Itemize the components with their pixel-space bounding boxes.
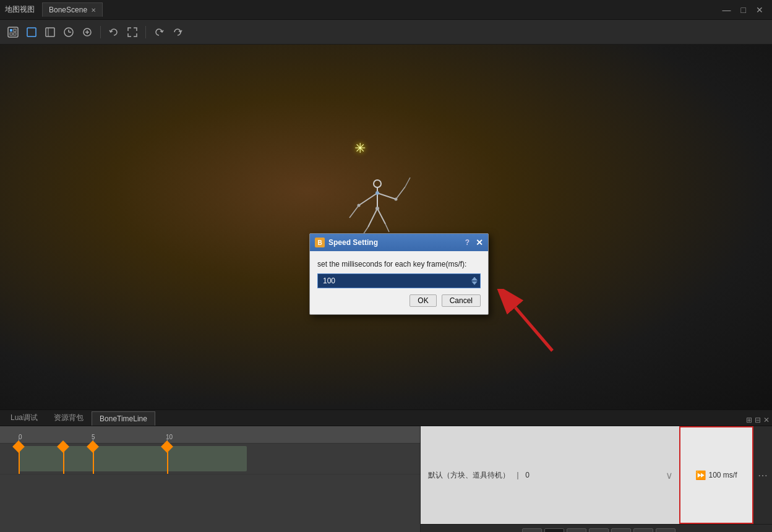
toolbar-expand[interactable] <box>124 24 140 40</box>
bottom-panel: Lua调试 资源背包 BoneTimeLine ⊞ ⊟ ✕ 0 5 10 <box>0 410 772 532</box>
svg-rect-2 <box>10 33 12 35</box>
toolbar-separator-1 <box>100 26 101 38</box>
ok-button[interactable]: OK <box>410 294 436 307</box>
loop-button[interactable] <box>611 528 631 533</box>
playback-controls: ◕ 10 frames ↺ 100% <box>421 524 772 532</box>
pause-button[interactable] <box>522 528 542 533</box>
next-frame-button[interactable] <box>656 528 676 533</box>
cancel-button[interactable]: Cancel <box>442 294 481 307</box>
dialog-app-icon: B <box>315 238 325 247</box>
track-segment <box>19 446 247 471</box>
menu-label: 地图视图 <box>5 4 35 15</box>
svg-rect-5 <box>27 28 36 36</box>
clip-dropdown-icon[interactable]: ∨ <box>666 470 673 481</box>
toolbar <box>0 20 772 45</box>
toolbar-btn-2[interactable] <box>24 24 40 40</box>
clip-more-button[interactable]: ⋯ <box>753 426 772 524</box>
svg-rect-6 <box>46 28 54 36</box>
tab-bonetimeline[interactable]: BoneTimeLine <box>92 411 155 426</box>
tab-assets[interactable]: 资源背包 <box>46 410 92 426</box>
dialog-input-row <box>317 273 481 288</box>
close-window-icon[interactable]: ✕ <box>752 5 767 15</box>
dialog-titlebar: B Speed Setting ? ✕ <box>310 234 488 251</box>
svg-rect-1 <box>10 29 12 32</box>
spin-up-icon[interactable] <box>471 277 478 281</box>
maximize-icon[interactable]: □ <box>737 5 750 15</box>
dialog-title: Speed Setting <box>328 238 461 247</box>
bottom-panel-close-icon[interactable]: ✕ <box>763 416 770 424</box>
dialog-buttons: OK Cancel <box>317 294 481 309</box>
viewport[interactable]: ✳ B Speed Set <box>0 45 772 410</box>
bottom-tabs: Lua调试 资源背包 BoneTimeLine ⊞ ⊟ ✕ <box>0 410 772 426</box>
prev-start-button[interactable] <box>567 528 586 533</box>
prev-frame-button[interactable] <box>633 528 653 533</box>
speed-setting-dialog: B Speed Setting ? ✕ set the milliseconds… <box>309 233 489 315</box>
bottom-content: 0 5 10 <box>0 426 772 532</box>
timeline-panel[interactable]: 0 5 10 <box>0 426 421 532</box>
svg-rect-4 <box>14 33 16 35</box>
speed-icon: ⏩ <box>695 470 706 480</box>
dialog-help-icon[interactable]: ? <box>465 238 470 247</box>
clip-name: 默认（方块、道具待机） ｜ 0 <box>428 470 530 481</box>
title-bar: 地图视图 BoneScene ✕ — □ ✕ <box>0 0 772 20</box>
toolbar-redo[interactable] <box>169 24 186 40</box>
speed-value: 100 ms/f <box>708 471 737 479</box>
window-controls: — □ ✕ <box>719 5 767 15</box>
close-tab-icon[interactable]: ✕ <box>91 7 96 14</box>
bottom-panel-pin-icon[interactable]: ⊞ <box>746 416 752 424</box>
svg-rect-3 <box>14 29 16 32</box>
more-icon: ⋯ <box>758 470 768 481</box>
toolbar-btn-3[interactable] <box>42 24 58 40</box>
clip-info: 默认（方块、道具待机） ｜ 0 ∨ <box>421 426 679 524</box>
toolbar-undo2[interactable] <box>151 24 167 40</box>
spinner-control[interactable] <box>471 277 478 285</box>
svg-rect-0 <box>8 27 18 37</box>
scene-tab-label: BoneScene <box>49 6 87 14</box>
spin-down-icon[interactable] <box>471 281 478 285</box>
toolbar-btn-4[interactable] <box>61 24 77 40</box>
next-end-button[interactable] <box>589 528 609 533</box>
timeline-tracks[interactable] <box>0 444 420 532</box>
milliseconds-input[interactable] <box>320 275 471 286</box>
toolbar-separator-2 <box>145 26 146 38</box>
bottom-tab-controls: ⊞ ⊟ ✕ <box>746 416 770 426</box>
timeline-right-panel: 默认（方块、道具待机） ｜ 0 ∨ ⏩ 100 ms/f ⋯ ◕ <box>421 426 772 532</box>
dialog-body: set the milliseconds for each key frame(… <box>310 251 488 314</box>
toolbar-btn-5[interactable] <box>79 24 95 40</box>
toolbar-btn-1[interactable] <box>5 24 21 40</box>
tab-lua[interactable]: Lua调试 <box>2 410 46 426</box>
minimize-icon[interactable]: — <box>719 5 735 15</box>
track-row-1 <box>0 444 420 474</box>
dialog-overlay: B Speed Setting ? ✕ set the milliseconds… <box>0 45 772 410</box>
scene-tab[interactable]: BoneScene ✕ <box>42 2 103 17</box>
dialog-close-icon[interactable]: ✕ <box>476 238 483 247</box>
clip-area: 默认（方块、道具待机） ｜ 0 ∨ ⏩ 100 ms/f ⋯ <box>421 426 772 524</box>
clip-speed-button[interactable]: ⏩ 100 ms/f <box>679 426 753 524</box>
stop-button[interactable] <box>544 528 564 533</box>
dialog-description: set the milliseconds for each key frame(… <box>317 260 481 268</box>
bottom-panel-float-icon[interactable]: ⊟ <box>755 416 761 424</box>
toolbar-undo[interactable] <box>106 24 122 40</box>
